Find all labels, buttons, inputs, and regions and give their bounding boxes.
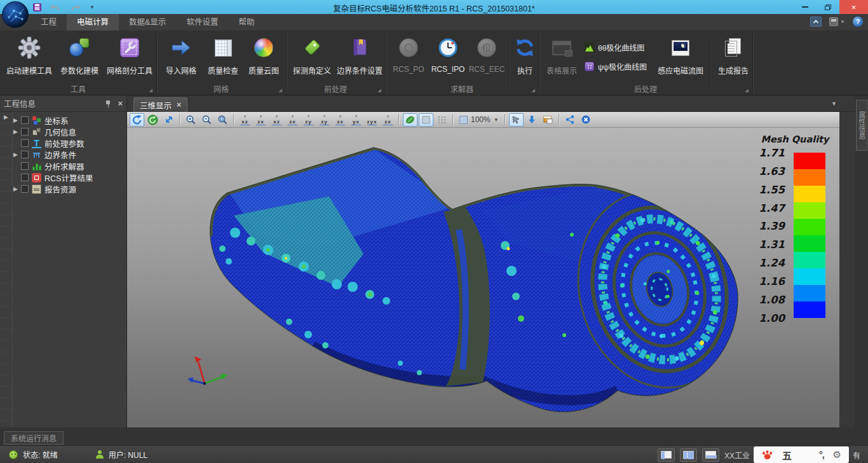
checkbox[interactable] xyxy=(21,116,29,124)
menu-tab-em-computation[interactable]: 电磁计算 xyxy=(67,14,119,31)
pin-icon[interactable] xyxy=(105,100,111,107)
properties-side-tab[interactable]: 属性信息 xyxy=(856,100,867,151)
group-launcher-icon[interactable]: ◢ xyxy=(745,88,749,93)
zoom-out-button[interactable] xyxy=(200,113,214,127)
parametric-modeling-button[interactable]: 参数化建模 xyxy=(56,33,103,83)
restore-button[interactable] xyxy=(817,0,839,14)
tab-list-dropdown-icon[interactable]: ▼ xyxy=(831,100,837,107)
induction-current-map-button[interactable]: 感应电磁流图 xyxy=(654,33,707,83)
generate-report-button[interactable]: 生成报告 xyxy=(713,33,754,83)
3d-viewport[interactable]: Mesh Quality 1.71 1.63 1.55 1.47 1.39 1.… xyxy=(127,128,839,427)
moon-icon[interactable] xyxy=(801,450,810,460)
zoom-dropdown-icon[interactable]: ▼ xyxy=(494,117,499,123)
scene-manager-button[interactable] xyxy=(541,113,555,127)
boundary-settings-button[interactable]: 边界条件设置 xyxy=(336,33,384,83)
tree-item-analysis-solver[interactable]: ▶ 分析求解器 xyxy=(13,160,126,172)
psi-polarization-curve-button[interactable]: ψψ极化曲线图 xyxy=(582,59,649,74)
minimize-button[interactable] xyxy=(794,0,817,14)
pan-arrow-button[interactable] xyxy=(161,113,176,127)
view-orientation-button[interactable]: yzx xyxy=(381,113,395,126)
expand-icon[interactable]: ▶ xyxy=(13,186,20,192)
tree-item-coordinate-system[interactable]: ▶ 坐标系 xyxy=(13,114,126,126)
checkbox[interactable] xyxy=(21,139,29,147)
view-orientation-button[interactable]: yxz xyxy=(238,113,252,126)
import-mesh-button[interactable]: 导入网格 xyxy=(161,33,201,83)
close-button[interactable]: × xyxy=(839,0,868,14)
app-logo[interactable] xyxy=(2,1,29,28)
layout-split-button[interactable] xyxy=(680,448,697,462)
report-icon xyxy=(32,184,41,194)
view-orientation-button[interactable]: xzy xyxy=(317,113,332,126)
select-tool-button[interactable] xyxy=(509,113,524,127)
view-orientation-button[interactable]: yxz xyxy=(269,113,284,126)
group-launcher-icon[interactable]: ◢ xyxy=(532,88,535,93)
help-icon[interactable]: ? xyxy=(853,17,863,27)
checkbox[interactable] xyxy=(21,174,29,181)
collapse-ribbon-button[interactable] xyxy=(810,17,822,27)
theta-polarization-curve-button[interactable]: θθ极化曲线图 xyxy=(582,39,647,55)
status-text: 状态: 就绪 xyxy=(23,449,58,460)
menu-tab-project[interactable]: 工程 xyxy=(31,14,67,31)
arrow-down-button[interactable] xyxy=(525,113,539,127)
layout-bottom-panel-button[interactable] xyxy=(702,448,719,462)
expand-icon[interactable]: ▶ xyxy=(13,129,20,135)
view-orientation-button[interactable]: yzx xyxy=(333,113,348,126)
flat-shading-button[interactable] xyxy=(419,113,433,127)
menu-tab-data-display[interactable]: 数据&显示 xyxy=(119,14,176,31)
checkbox[interactable] xyxy=(21,151,29,158)
rainbow-sphere-icon xyxy=(254,33,273,62)
view-orientation-button[interactable]: zyx xyxy=(365,113,379,126)
checkbox[interactable] xyxy=(21,128,29,135)
quality-cloud-button[interactable]: 质量云图 xyxy=(245,33,283,83)
view-orientation-button[interactable]: yzx xyxy=(254,113,268,126)
tree-item-geometry-info[interactable]: ▶ 几何信息 xyxy=(13,126,126,137)
tree-item-report-resources[interactable]: ▶ 报告资源 xyxy=(13,183,126,195)
ime-settings-gear-icon[interactable]: ⚙ xyxy=(833,449,841,460)
group-launcher-icon[interactable]: ◢ xyxy=(378,88,381,93)
tab-close-icon[interactable]: × xyxy=(177,100,181,109)
checkbox[interactable] xyxy=(21,185,29,193)
expand-icon[interactable]: ▶ xyxy=(13,152,20,158)
solver-icon xyxy=(32,162,41,171)
ime-punctuation-icon[interactable]: °, xyxy=(819,450,824,460)
ime-toolbar[interactable]: 五 °, ⚙ xyxy=(754,446,849,463)
group-launcher-icon[interactable]: ◢ xyxy=(279,88,282,93)
close-view-button[interactable] xyxy=(579,113,593,127)
style-switcher-button[interactable]: ▼ xyxy=(829,17,845,26)
root-expand-icon[interactable]: ▶ xyxy=(4,114,10,120)
ime-wubi-mode[interactable]: 五 xyxy=(782,448,792,462)
probe-angle-button[interactable]: 探测角定义 xyxy=(290,33,334,83)
menu-tab-help[interactable]: 帮助 xyxy=(228,14,264,31)
group-launcher-icon[interactable]: ◢ xyxy=(149,88,153,93)
zoom-fit-button[interactable] xyxy=(215,113,230,127)
panel-close-icon[interactable]: × xyxy=(118,99,123,108)
tree-item-preprocess-params[interactable]: ▶ T 前处理参数 xyxy=(13,137,126,149)
zoom-in-button[interactable] xyxy=(184,113,198,127)
view-orientation-button[interactable]: yzx xyxy=(285,113,300,126)
menu-tab-settings[interactable]: 软件设置 xyxy=(176,14,228,31)
system-messages-tab[interactable]: 系统运行消息 xyxy=(4,431,64,445)
orbit-rotate-button[interactable] xyxy=(130,113,144,127)
launch-modeling-button[interactable]: 启动建模工具 xyxy=(4,33,55,83)
refresh-view-button[interactable] xyxy=(146,113,160,127)
wireframe-grid-button[interactable] xyxy=(435,113,449,127)
execute-button[interactable]: 执行 xyxy=(512,33,538,83)
view-orientation-button[interactable]: xzy xyxy=(301,113,316,126)
table-view-button[interactable]: 表格展示 xyxy=(543,33,581,83)
checkbox[interactable] xyxy=(21,162,29,170)
layout-left-panel-button[interactable] xyxy=(658,448,675,462)
tree-item-boundary-conditions[interactable]: ▶ 边界条件 xyxy=(13,149,126,160)
rcs-po-button[interactable]: RCS_PO xyxy=(390,33,427,83)
rcs-eec-button[interactable]: RCS_EEC xyxy=(468,33,505,83)
tab-3d-display[interactable]: 三维显示× xyxy=(133,97,187,112)
share-button[interactable] xyxy=(563,113,578,127)
quality-check-button[interactable]: 质量检查 xyxy=(203,33,243,83)
zoom-level-control[interactable]: 100% ▼ xyxy=(457,115,501,124)
expand-icon[interactable]: ▶ xyxy=(13,118,20,123)
baidu-paw-icon[interactable] xyxy=(761,450,773,460)
shaded-render-button[interactable] xyxy=(403,113,417,127)
meshing-tool-button[interactable]: 网格剖分工具 xyxy=(104,33,155,83)
tree-item-rcs-results[interactable]: ▶ RCS计算结果 xyxy=(13,172,126,183)
rcs-ipo-button[interactable]: RCS_IPO xyxy=(430,33,466,83)
view-orientation-button[interactable]: zyx xyxy=(349,113,363,126)
